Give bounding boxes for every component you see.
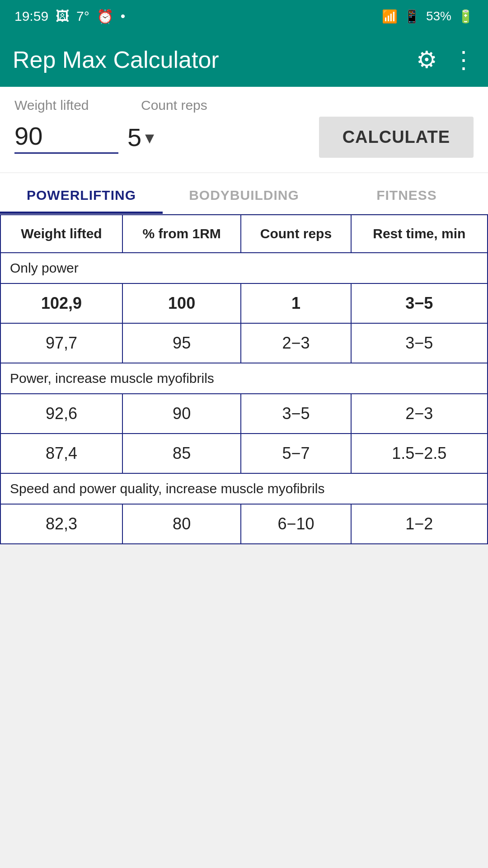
time: 19:59 bbox=[14, 9, 48, 24]
table-cell: 3−5 bbox=[241, 394, 351, 434]
col-header-weight: Weight lifted bbox=[0, 215, 122, 253]
app-bar: Rep Max Calculator ⚙ ⋮ bbox=[0, 33, 488, 87]
table-cell: 3−5 bbox=[351, 283, 488, 323]
table-cell: 97,7 bbox=[0, 323, 122, 363]
results-table: Weight lifted % from 1RM Count reps Rest… bbox=[0, 214, 488, 544]
dot-indicator: • bbox=[121, 9, 126, 24]
app-bar-actions: ⚙ ⋮ bbox=[416, 48, 475, 71]
calculate-button[interactable]: CALCULATE bbox=[319, 117, 474, 158]
table-cell: 85 bbox=[122, 434, 241, 473]
battery-icon: 🔋 bbox=[458, 9, 474, 24]
status-bar: 19:59 🖼 7° ⏰ • 📶 📱 53% 🔋 bbox=[0, 0, 488, 33]
status-right: 📶 📱 53% 🔋 bbox=[382, 9, 474, 24]
table-cell: 82,3 bbox=[0, 504, 122, 544]
table-row: 102,910013−5 bbox=[0, 283, 488, 323]
wifi-icon: 📶 bbox=[382, 9, 398, 24]
app-title: Rep Max Calculator bbox=[13, 46, 219, 73]
temperature: 7° bbox=[76, 9, 89, 24]
col-header-reps: Count reps bbox=[241, 215, 351, 253]
dropdown-arrow-icon: ▾ bbox=[145, 127, 154, 148]
col-header-rest: Rest time, min bbox=[351, 215, 488, 253]
table-cell: 95 bbox=[122, 323, 241, 363]
table-cell: 102,9 bbox=[0, 283, 122, 323]
table-cell: 80 bbox=[122, 504, 241, 544]
table-cell: 3−5 bbox=[351, 323, 488, 363]
reps-value: 5 bbox=[127, 123, 141, 152]
tab-fitness[interactable]: FITNESS bbox=[325, 173, 488, 214]
table-cell: 2−3 bbox=[241, 323, 351, 363]
table-cell: 100 bbox=[122, 283, 241, 323]
input-row: 5 ▾ CALCULATE bbox=[14, 117, 474, 158]
input-section: Weight lifted Count reps 5 ▾ CALCULATE bbox=[0, 87, 488, 172]
col-header-percent: % from 1RM bbox=[122, 215, 241, 253]
table-cell: 87,4 bbox=[0, 434, 122, 473]
table-cell: 1 bbox=[241, 283, 351, 323]
table-body: Only power102,910013−597,7952−33−5Power,… bbox=[0, 253, 488, 544]
table-row: 97,7952−33−5 bbox=[0, 323, 488, 363]
weight-label: Weight lifted bbox=[14, 98, 141, 113]
more-options-button[interactable]: ⋮ bbox=[452, 48, 475, 71]
table-section-row: Power, increase muscle myofibrils bbox=[0, 363, 488, 394]
tabs-container: POWERLIFTING BODYBUILDING FITNESS bbox=[0, 173, 488, 214]
table-cell: 92,6 bbox=[0, 394, 122, 434]
table-cell: 5−7 bbox=[241, 434, 351, 473]
photo-icon: 🖼 bbox=[56, 9, 69, 24]
table-cell: 1.5−2.5 bbox=[351, 434, 488, 473]
reps-select-container[interactable]: 5 ▾ bbox=[127, 123, 200, 152]
table-row: 87,4855−71.5−2.5 bbox=[0, 434, 488, 473]
weight-input[interactable] bbox=[14, 121, 118, 154]
table-section-row: Only power bbox=[0, 253, 488, 283]
table-container: Weight lifted % from 1RM Count reps Rest… bbox=[0, 214, 488, 544]
table-cell: 6−10 bbox=[241, 504, 351, 544]
table-cell: 1−2 bbox=[351, 504, 488, 544]
tab-powerlifting[interactable]: POWERLIFTING bbox=[0, 173, 163, 214]
status-left: 19:59 🖼 7° ⏰ • bbox=[14, 9, 125, 24]
table-cell: 2−3 bbox=[351, 394, 488, 434]
table-row: 92,6903−52−3 bbox=[0, 394, 488, 434]
content-area: Weight lifted % from 1RM Count reps Rest… bbox=[0, 214, 488, 544]
signal-icon: 📱 bbox=[404, 9, 420, 24]
table-header-row: Weight lifted % from 1RM Count reps Rest… bbox=[0, 215, 488, 253]
table-row: 82,3806−101−2 bbox=[0, 504, 488, 544]
settings-button[interactable]: ⚙ bbox=[416, 48, 437, 71]
table-section-row: Speed and power quality, increase muscle… bbox=[0, 473, 488, 504]
battery: 53% bbox=[426, 9, 451, 24]
table-cell: 90 bbox=[122, 394, 241, 434]
count-label: Count reps bbox=[141, 98, 231, 113]
tab-bodybuilding[interactable]: BODYBUILDING bbox=[163, 173, 325, 214]
alarm-icon: ⏰ bbox=[97, 9, 113, 24]
input-labels: Weight lifted Count reps bbox=[14, 98, 474, 113]
